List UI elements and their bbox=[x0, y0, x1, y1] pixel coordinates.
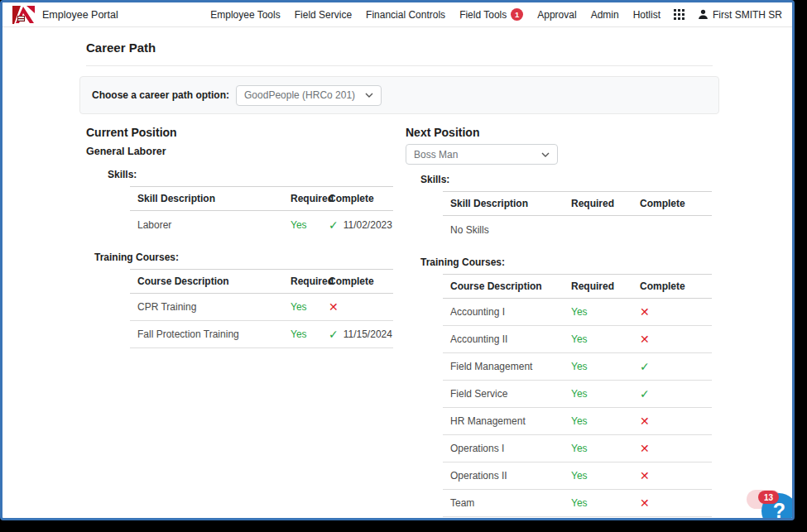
check-icon: ✓ bbox=[329, 328, 339, 341]
cell-required: Yes bbox=[571, 388, 640, 400]
cell-required: Yes bbox=[571, 306, 640, 318]
cell-description: CPR Training bbox=[130, 301, 291, 313]
cell-description: Laborer bbox=[130, 219, 291, 231]
column-header: Complete bbox=[640, 280, 712, 292]
cell-required: Yes bbox=[571, 470, 640, 482]
column-header: Skill Description bbox=[443, 198, 571, 209]
nav-item-field-service[interactable]: Field Service bbox=[295, 9, 352, 21]
cell-complete: ✓11/15/2024 bbox=[329, 328, 393, 341]
cell-description: Accounting I bbox=[443, 306, 571, 318]
company-logo-icon bbox=[12, 6, 35, 24]
table-row: Accounting IYes✕ bbox=[443, 299, 712, 326]
next-position-select[interactable]: Boss Man bbox=[406, 144, 558, 165]
table-row: Accounting IIYes✕ bbox=[443, 326, 712, 353]
top-navbar: Employee Portal Employee ToolsField Serv… bbox=[2, 2, 792, 27]
app-title: Employee Portal bbox=[42, 9, 118, 21]
help-count-badge[interactable]: 13 bbox=[758, 491, 779, 504]
table-header-row: Skill DescriptionRequiredComplete bbox=[130, 187, 393, 211]
chevron-down-icon bbox=[541, 152, 550, 157]
career-path-select-value: GoodPeople (HRCo 201) bbox=[244, 89, 355, 101]
cell-required: Yes bbox=[571, 443, 640, 454]
column-header: Skill Description bbox=[130, 193, 291, 204]
cell-description: Operations II bbox=[443, 470, 571, 482]
nav-item-label: Financial Controls bbox=[366, 9, 445, 21]
nav-item-admin[interactable]: Admin bbox=[591, 9, 619, 21]
nav-item-approval[interactable]: Approval bbox=[537, 9, 576, 21]
nav-item-employee-tools[interactable]: Employee Tools bbox=[210, 9, 281, 21]
next-training-table: Course DescriptionRequiredCompleteAccoun… bbox=[443, 274, 712, 517]
table-row: TeamYes✕ bbox=[443, 490, 712, 517]
skills-label: Skills: bbox=[420, 174, 712, 185]
table-row: Field ManagementYes✓ bbox=[443, 353, 712, 381]
cell-complete: ✕ bbox=[640, 496, 712, 510]
current-skills-table: Skill DescriptionRequiredCompleteLaborer… bbox=[130, 186, 393, 238]
cell-description: HR Management bbox=[443, 415, 571, 427]
table-header-row: Course DescriptionRequiredComplete bbox=[130, 270, 393, 294]
x-icon: ✕ bbox=[329, 300, 339, 314]
nav-item-label: Employee Tools bbox=[210, 9, 281, 21]
complete-date: 11/02/2023 bbox=[343, 219, 392, 231]
table-row: HR ManagementYes✕ bbox=[443, 408, 712, 435]
cell-complete: ✕ bbox=[329, 300, 393, 314]
user-name: First SMITH SR bbox=[713, 9, 782, 21]
nav-item-label: Hotlist bbox=[633, 9, 660, 21]
cell-required: Yes bbox=[571, 333, 640, 345]
training-courses-label: Training Courses: bbox=[420, 256, 712, 268]
positions-columns: Current Position General Laborer Skills:… bbox=[86, 126, 792, 517]
x-icon: ✕ bbox=[640, 305, 650, 319]
desktop-background: Employee Portal Employee ToolsField Serv… bbox=[0, 0, 807, 532]
nav-item-label: Approval bbox=[537, 9, 576, 21]
column-header: Course Description bbox=[130, 276, 291, 287]
current-position-heading: Current Position bbox=[86, 126, 393, 139]
notification-badge: 1 bbox=[511, 8, 523, 21]
main-nav: Employee ToolsField ServiceFinancial Con… bbox=[210, 8, 660, 21]
nav-item-label: Field Tools bbox=[459, 9, 507, 21]
page-title: Career Path bbox=[86, 41, 792, 55]
empty-row-text: No Skills bbox=[443, 224, 571, 236]
nav-item-hotlist[interactable]: Hotlist bbox=[633, 9, 660, 21]
cell-description: Field Management bbox=[443, 361, 571, 372]
title-divider bbox=[86, 65, 713, 66]
check-icon: ✓ bbox=[329, 218, 339, 232]
table-row: CPR TrainingYes✕ bbox=[130, 294, 393, 321]
current-position-section: Current Position General Laborer Skills:… bbox=[86, 126, 393, 517]
next-position-select-value: Boss Man bbox=[414, 149, 458, 161]
cell-required: Yes bbox=[291, 328, 329, 340]
cell-required: Yes bbox=[571, 361, 640, 372]
nav-item-label: Admin bbox=[591, 9, 619, 21]
cell-complete: ✕ bbox=[640, 333, 712, 346]
cell-description: Fall Protection Training bbox=[130, 328, 291, 340]
check-icon: ✓ bbox=[640, 360, 650, 373]
user-menu[interactable]: First SMITH SR bbox=[698, 9, 782, 21]
check-icon: ✓ bbox=[640, 387, 650, 400]
cell-required: Yes bbox=[291, 301, 329, 313]
cell-complete: ✕ bbox=[640, 305, 712, 319]
skills-label: Skills: bbox=[108, 169, 393, 180]
training-courses-label: Training Courses: bbox=[94, 252, 393, 263]
cell-required: Yes bbox=[291, 219, 329, 231]
column-header: Required bbox=[571, 198, 640, 209]
table-header-row: Course DescriptionRequiredComplete bbox=[443, 275, 712, 299]
cell-description: Accounting II bbox=[443, 333, 571, 345]
person-icon bbox=[698, 9, 709, 20]
cell-complete: ✕ bbox=[640, 442, 712, 455]
table-row: Operations IIYes✕ bbox=[443, 463, 712, 490]
browser-window: Employee Portal Employee ToolsField Serv… bbox=[0, 0, 795, 520]
current-training-table: Course DescriptionRequiredCompleteCPR Tr… bbox=[130, 269, 393, 348]
table-row: Operations IYes✕ bbox=[443, 435, 712, 463]
cell-required: Yes bbox=[571, 497, 640, 509]
x-icon: ✕ bbox=[640, 496, 650, 510]
nav-item-field-tools[interactable]: Field Tools1 bbox=[459, 8, 523, 21]
column-header: Complete bbox=[329, 193, 393, 204]
cell-description: Field Service bbox=[443, 388, 571, 400]
apps-grid-icon[interactable] bbox=[674, 9, 685, 20]
cell-complete: ✕ bbox=[640, 415, 712, 428]
career-path-select[interactable]: GoodPeople (HRCo 201) bbox=[236, 85, 382, 106]
next-skills-table: Skill DescriptionRequiredCompleteNo Skil… bbox=[443, 191, 712, 243]
cell-complete: ✓11/02/2023 bbox=[329, 218, 393, 232]
table-header-row: Skill DescriptionRequiredComplete bbox=[443, 192, 712, 216]
nav-item-financial-controls[interactable]: Financial Controls bbox=[366, 9, 445, 21]
column-header: Complete bbox=[329, 276, 393, 287]
next-position-section: Next Position Boss Man Skills: Skill Des… bbox=[406, 126, 712, 517]
cell-required: Yes bbox=[571, 415, 640, 427]
